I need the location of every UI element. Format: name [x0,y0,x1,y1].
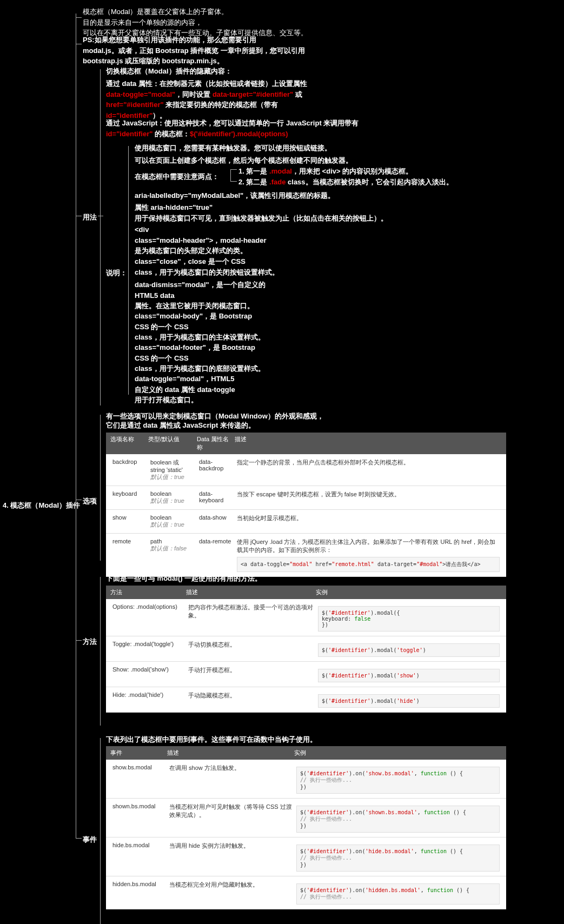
mth-h2: 实例 [316,588,502,596]
explain-item3-sub1: 1. 第一是 .modal，用来把 <div> 的内容识别为模态框。 [238,166,413,177]
options-table: 选项名称 类型/默认值 Data 属性名称 描述 backdrop boolea… [106,433,506,577]
evt-h2: 实例 [294,749,502,757]
opt-attr: data-remote [197,537,235,573]
mth-method: Hide: .modal('hide') [110,690,186,709]
tree-sub-h1 [230,169,237,170]
item10-t: class，用于为模态窗口的底部设置样式。 [135,364,265,373]
mth-desc: 手动切换模态框。 [186,640,316,658]
item8-c2: HTML5 data [135,291,175,300]
tree-usage-mid [98,216,103,216]
item11-t: 用于打开模态窗口。 [135,396,198,404]
explain-item3-prefix: 在模态框中需要注意两点： [135,171,219,182]
data-attr-c2: data-target="#identifier" [213,90,293,98]
evt-event: hidden.bs.modal [110,880,167,906]
opt-h2: Data 属性名称 [197,435,235,451]
opt-h0: 选项名称 [110,435,148,451]
usage-title: 用法 [83,212,97,223]
table-row: Options: .modal(options) 把内容作为模态框激活。接受一个… [106,599,506,636]
opt-desc: 当按下 escape 键时关闭模态框，设置为 false 时则按键无效。 [235,489,502,506]
item4-suf: ，该属性引用模态框的标题。 [243,191,335,200]
item6-text: 是为模态窗口的头部定义样式的类。 [135,247,247,255]
table-row: backdrop boolean 或 string 'static'默认值：tr… [106,454,506,486]
item4-code: aria-labelledby="myModalLabel" [135,191,243,200]
item6-c1: <div [135,225,149,234]
table-row: Hide: .modal('hide') 手动隐藏模态框。 $('#identi… [106,687,506,713]
evt-code: $('#identifier').on('hide.bs.modal', fun… [294,841,502,873]
table-row: Toggle: .modal('toggle') 手动切换模态框。 $('#id… [106,636,506,662]
events-title: 事件 [83,834,97,845]
mth-desc: 把内容作为模态框激活。接受一个可选的选项对象。 [186,602,316,633]
explain-item5: 属性 aria-hidden="true" 用于保持模态窗口不可见，直到触发器被… [135,202,421,223]
evt-code: $('#identifier').on('hidden.bs.modal', f… [294,880,502,906]
item5-code: 属性 aria-hidden="true" [135,203,213,211]
tree-explain-v [128,146,129,395]
item11-c: data-toggle="modal"，HTML5 [135,375,235,383]
evt-h0: 事件 [110,749,167,757]
explain-item9: class="modal-body"，是 Bootstrap CSS 的一个 C… [135,311,351,343]
mth-h0: 方法 [110,588,186,596]
evt-desc: 当调用 hide 实例方法时触发。 [167,841,294,873]
ps-block: PS:如果您想要单独引用该插件的功能，那么您需要引用 modal.js。或者，正… [83,35,321,67]
evt-event: shown.bs.modal [110,802,167,834]
tree-main-v [76,14,76,838]
sub1-pre: 1. 第一是 [238,167,269,175]
mth-desc: 手动打开模态框。 [186,665,316,683]
opt-attr: data-backdrop [197,457,235,482]
mth-method: Show: .modal('show') [110,665,186,683]
item10-c2: CSS 的一个 CSS [135,354,189,362]
opt-desc: 指定一个静态的背景，当用户点击模态框外部时不会关闭模态框。 [235,457,502,482]
intro-line2: 目的是显示来自一个单独的源的内容， [83,18,202,26]
table-row: Show: .modal('show') 手动打开模态框。 $('#identi… [106,662,506,687]
events-table-header: 事件 描述 实例 [106,746,506,760]
mth-method: Options: .modal(options) [110,602,186,633]
table-row: show.bs.modal 在调用 show 方法后触发。 $('#identi… [106,760,506,799]
ps-text2: modal.js。或者，正如 Bootstrap 插件概览 一章中所提到，您可以… [83,46,305,55]
tree-sub-v [230,169,231,181]
item7-text: class，用于为模态窗口的关闭按钮设置样式。 [135,268,279,276]
evt-event: show.bs.modal [110,763,167,795]
item5-text: 用于保持模态窗口不可见，直到触发器被触发为止（比如点击在相关的按钮上）。 [135,214,388,222]
item7-code: class="close"，close 是一个 CSS [135,257,245,265]
tree-usage-h [76,216,82,216]
mth-code: $('#identifier').modal({keyboard: false}… [316,602,502,633]
methods-table-header: 方法 描述 实例 [106,586,506,599]
tree-root-h [73,504,78,504]
tree-ps-h [76,44,82,44]
evt-code: $('#identifier').on('show.bs.modal', fun… [294,763,502,795]
evt-h1: 描述 [167,749,294,757]
item10-c: class="modal-footer"，是 Bootstrap [135,343,255,351]
data-attr-block: 通过 data 属性：在控制器元素（比如按钮或者链接）上设置属性 data-to… [106,78,349,121]
tree-sub-h2 [230,181,237,182]
opt-name: backdrop [110,457,148,482]
methods-intro: 下面是一些可与 modal() 一起使用的有用的方法。 [106,573,262,584]
data-attr-c3: href="#identifier" [106,101,164,109]
js-attr-prefix: 通过 JavaScript：使用这种技术，您可以通过简单的一行 JavaScri… [106,119,359,127]
explain-item6: <div class="modal-header">，modal-header … [135,224,351,256]
mth-method: Toggle: .modal('toggle') [110,640,186,658]
evt-desc: 当模态框完全对用户隐藏时触发。 [167,880,294,906]
opt-name: remote [110,537,148,573]
switch-title: 切换模态框（Modal）插件的隐藏内容： [106,66,232,77]
item8-c: data-dismiss="modal"，是一个自定义的 [135,281,266,289]
ps-text1: PS:如果您想要单独引用该插件的功能，那么您需要引用 [83,36,256,44]
mth-h1: 描述 [186,588,316,596]
table-row: shown.bs.modal 当模态框对用户可见时触发（将等待 CSS 过渡效果… [106,799,506,837]
tree-usage-v [100,69,101,406]
root-title: 4. 模态框（Modal）插件 [3,500,80,511]
opt-h3: 描述 [235,435,502,451]
explain-item7: class="close"，close 是一个 CSS class，用于为模态窗… [135,256,351,277]
table-row: remote path默认值：false data-remote 使用 jQue… [106,534,506,577]
tree-options-h [76,500,82,500]
mth-code: $('#identifier').modal('hide') [316,690,502,709]
opt-type: boolean默认值：true [148,489,197,506]
methods-title: 方法 [83,636,97,647]
explain-item11: data-toggle="modal"，HTML5 自定义的 data 属性 d… [135,374,351,406]
opt-type: path默认值：false [148,537,197,573]
table-row: hidden.bs.modal 当模态框完全对用户隐藏时触发。 $('#iden… [106,876,506,909]
evt-desc: 当模态框对用户可见时触发（将等待 CSS 过渡效果完成）。 [167,802,294,834]
intro-line1: 模态框（Modal）是覆盖在父窗体上的子窗体。 [83,8,228,16]
tree-events-h [76,838,82,839]
data-attr-m2: 或 [293,90,302,98]
methods-table: 方法 描述 实例 Options: .modal(options) 把内容作为模… [106,586,506,713]
events-intro: 下表列出了模态框中要用到事件。这些事件可在函数中当钩子使用。 [106,734,317,745]
